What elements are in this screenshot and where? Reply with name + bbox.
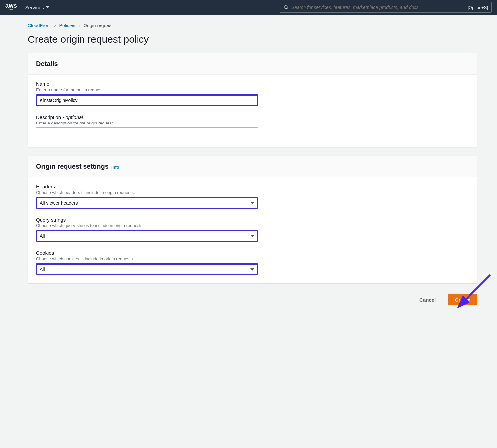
- search-input[interactable]: [291, 5, 465, 10]
- chevron-down-icon: [46, 6, 49, 8]
- search-icon: [283, 5, 289, 10]
- aws-smile-icon: ⌣: [9, 6, 14, 11]
- top-nav: aws ⌣ Services [Option+S]: [0, 0, 497, 15]
- search-container: [Option+S]: [280, 2, 492, 13]
- svg-point-0: [284, 6, 287, 9]
- services-dropdown[interactable]: Services: [25, 5, 50, 10]
- services-label: Services: [25, 5, 44, 10]
- aws-logo[interactable]: aws ⌣: [5, 3, 17, 11]
- search-shortcut: [Option+S]: [468, 5, 488, 10]
- svg-line-1: [287, 8, 288, 9]
